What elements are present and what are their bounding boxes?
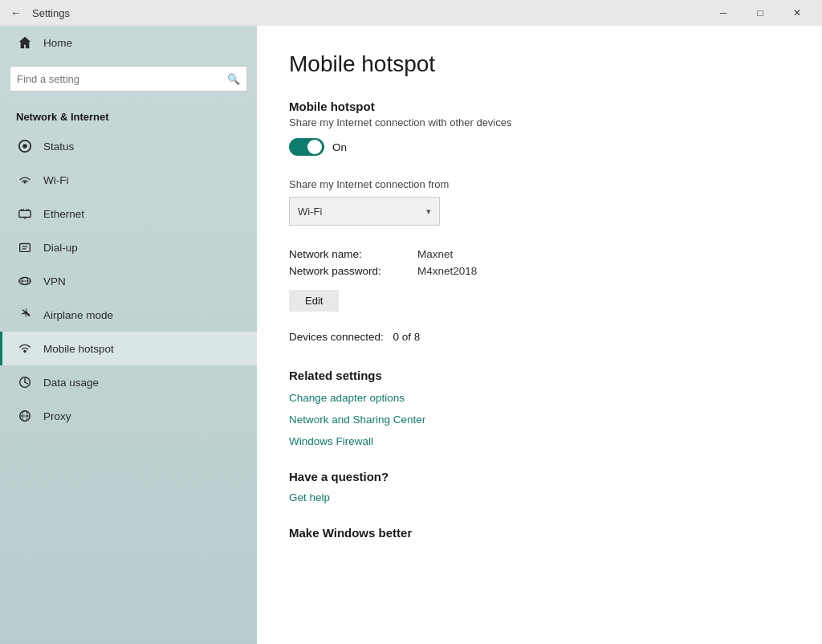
related-settings-title: Related settings bbox=[289, 369, 790, 382]
svg-rect-3 bbox=[20, 244, 31, 252]
home-icon bbox=[16, 34, 34, 51]
network-name-label: Network name: bbox=[289, 248, 417, 260]
toggle-knob bbox=[307, 140, 322, 154]
sidebar-label-home: Home bbox=[43, 37, 72, 49]
hotspot-toggle[interactable] bbox=[289, 138, 324, 156]
search-box[interactable]: 🔍 bbox=[10, 66, 247, 92]
make-better-title: Make Windows better bbox=[289, 526, 790, 540]
page-title: Mobile hotspot bbox=[289, 51, 790, 77]
ethernet-icon bbox=[16, 205, 34, 222]
sidebar: Home 🔍 Network & Internet Status bbox=[0, 26, 257, 644]
app-body: Home 🔍 Network & Internet Status bbox=[0, 26, 822, 644]
sidebar-item-datausage[interactable]: Data usage bbox=[0, 365, 257, 399]
proxy-icon bbox=[16, 407, 34, 425]
network-sharing-link[interactable]: Network and Sharing Center bbox=[289, 414, 790, 426]
svg-point-7 bbox=[23, 350, 26, 353]
sidebar-label-proxy: Proxy bbox=[43, 410, 71, 422]
network-password-label: Network password: bbox=[289, 265, 417, 277]
sidebar-label-status: Status bbox=[43, 141, 74, 153]
sidebar-item-vpn[interactable]: VPN bbox=[0, 264, 257, 298]
toggle-row: On bbox=[289, 138, 790, 156]
section-heading: Mobile hotspot bbox=[289, 100, 790, 113]
datausage-icon bbox=[16, 373, 34, 391]
dialup-icon bbox=[16, 238, 34, 256]
sidebar-item-proxy[interactable]: Proxy bbox=[0, 399, 257, 433]
sidebar-item-hotspot[interactable]: Mobile hotspot bbox=[0, 332, 257, 365]
devices-connected-row: Devices connected: 0 of 8 bbox=[289, 331, 790, 343]
devices-label: Devices connected: bbox=[289, 331, 384, 343]
chevron-down-icon: ▾ bbox=[426, 206, 431, 217]
sidebar-label-wifi: Wi-Fi bbox=[43, 174, 68, 186]
maximize-button[interactable]: □ bbox=[742, 0, 779, 26]
content-panel: Mobile hotspot Mobile hotspot Share my I… bbox=[257, 26, 822, 644]
question-title: Have a question? bbox=[289, 470, 790, 483]
network-info-grid: Network name: Maxnet Network password: M… bbox=[289, 248, 790, 277]
status-icon bbox=[16, 137, 34, 155]
get-help-link[interactable]: Get help bbox=[289, 491, 790, 503]
sidebar-item-status[interactable]: Status bbox=[0, 129, 257, 163]
search-input[interactable] bbox=[17, 73, 227, 85]
close-button[interactable]: ✕ bbox=[779, 0, 816, 26]
sidebar-label-ethernet: Ethernet bbox=[43, 208, 84, 220]
devices-value: 0 of 8 bbox=[393, 331, 421, 343]
sidebar-label-vpn: VPN bbox=[43, 275, 66, 287]
sidebar-item-wifi[interactable]: Wi-Fi bbox=[0, 163, 257, 197]
sidebar-section-title: Network & Internet bbox=[0, 98, 257, 129]
sidebar-item-airplane[interactable]: Airplane mode bbox=[0, 298, 257, 332]
minimize-button[interactable]: ─ bbox=[705, 0, 742, 26]
share-from-dropdown[interactable]: Wi-Fi ▾ bbox=[289, 197, 440, 226]
sidebar-label-dialup: Dial-up bbox=[43, 242, 78, 254]
sidebar-label-datausage: Data usage bbox=[43, 377, 99, 389]
app-title: Settings bbox=[32, 7, 705, 19]
sidebar-item-ethernet[interactable]: Ethernet bbox=[0, 197, 257, 230]
windows-firewall-link[interactable]: Windows Firewall bbox=[289, 435, 790, 447]
hotspot-icon bbox=[16, 340, 34, 357]
back-button[interactable]: ← bbox=[6, 3, 26, 22]
wifi-icon bbox=[16, 171, 34, 189]
window-controls: ─ □ ✕ bbox=[705, 0, 816, 26]
network-password-value: M4xnet2018 bbox=[417, 265, 790, 277]
change-adapter-link[interactable]: Change adapter options bbox=[289, 392, 790, 404]
title-bar: ← Settings ─ □ ✕ bbox=[0, 0, 822, 26]
share-from-label: Share my Internet connection from bbox=[289, 178, 790, 190]
edit-button[interactable]: Edit bbox=[289, 290, 339, 312]
svg-point-1 bbox=[22, 144, 26, 148]
airplane-icon bbox=[16, 306, 34, 324]
section-desc: Share my Internet connection with other … bbox=[289, 116, 790, 128]
sidebar-label-airplane: Airplane mode bbox=[43, 309, 113, 321]
search-icon: 🔍 bbox=[227, 73, 240, 85]
vpn-icon bbox=[16, 272, 34, 290]
svg-rect-2 bbox=[19, 210, 31, 217]
sidebar-item-dialup[interactable]: Dial-up bbox=[0, 230, 257, 264]
toggle-label: On bbox=[332, 141, 347, 153]
network-name-value: Maxnet bbox=[417, 248, 790, 260]
share-from-value: Wi-Fi bbox=[298, 206, 426, 218]
sidebar-item-home[interactable]: Home bbox=[0, 26, 257, 59]
sidebar-label-hotspot: Mobile hotspot bbox=[43, 343, 114, 355]
